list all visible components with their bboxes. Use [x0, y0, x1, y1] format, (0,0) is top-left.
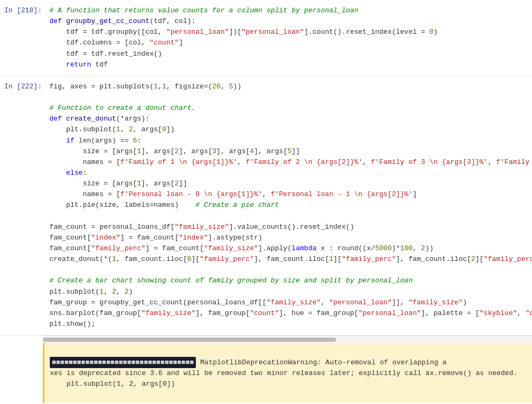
code-subplot: plt.subplot(1, 2, args[0]): [49, 125, 174, 133]
code-size1: size = [args[1], args[2], args[3], args[…: [49, 147, 300, 155]
scrollbar-row: [0, 335, 532, 343]
warning-output-content: ■■■■■■■■■■■■■■■■■■■■■■■■■■■■■■■■■■ Matpl…: [43, 343, 532, 403]
code-if-len: if len(args) == 6:: [49, 137, 141, 145]
comment-donut: # Function to create a donut chart.: [49, 104, 195, 112]
code-fam-count1: fam_count = personal_loans_df["family_si…: [49, 223, 354, 231]
comment-1: # A function that returns value counts f…: [49, 6, 358, 14]
code-pie: plt.pie(size, labels=names) # Create a p…: [49, 201, 279, 209]
output-image-placeholder: ■■■■■■■■■■■■■■■■■■■■■■■■■■■■■■■■■■: [50, 357, 196, 369]
warning-text-2: xes is deprecated since 3.6 and will be …: [50, 369, 518, 377]
scrollbar-label-spacer: [0, 335, 43, 343]
code-else: else:: [49, 169, 87, 177]
cell-218: In [218]: # A function that returns valu…: [0, 0, 532, 76]
code-names1: names = [f'Family of 1 \n {args[1]}%', f…: [49, 158, 532, 166]
cell-218-content: # A function that returns value counts f…: [46, 0, 532, 76]
cell-222-code: fig, axes = plt.subplots(1,1, figsize=(2…: [49, 81, 527, 330]
code-names2: names = [f'Personal loan - 0 \n {args[1]…: [49, 190, 417, 198]
code-fam-count2: fam_count["index"] = fam_count["index"].…: [49, 234, 262, 242]
code-line-2: tdf = tdf.groupby([col, "personal_loan"]…: [49, 28, 438, 36]
cell-222: In [222]: fig, axes = plt.subplots(1,1, …: [0, 76, 532, 335]
code-line-1: def groupby_get_cc_count(tdf, col):: [49, 17, 195, 25]
cell-218-label: In [218]:: [0, 0, 46, 76]
scrollbar-area[interactable]: [43, 335, 532, 343]
cell-222-content: fig, axes = plt.subplots(1,1, figsize=(2…: [46, 76, 532, 335]
comment-barchart: # Create a bar chart showing count of fa…: [49, 276, 413, 285]
warning-label-spacer: [0, 343, 43, 403]
cell-222-label: In [222]:: [0, 76, 46, 335]
horizontal-scrollbar[interactable]: [43, 338, 336, 342]
code-fam-count3: fam_count["family_perc"] = fam_count["fa…: [49, 244, 434, 252]
code-plt-show: plt.show();: [49, 320, 95, 328]
cell-218-code: # A function that returns value counts f…: [49, 5, 527, 70]
code-line-fig: fig, axes = plt.subplots(1,1, figsize=(2…: [49, 83, 241, 91]
code-sns-barplot: sns.barplot(fam_group["family_size"], fa…: [49, 309, 532, 317]
code-def-donut: def create_donut(*args):: [49, 115, 149, 123]
code-size2: size = [args[1], args[2]]: [49, 179, 187, 188]
warning-text-1: MatplotlibDeprecationWarning: Auto-remov…: [200, 358, 446, 366]
code-line-3: tdf.columns = [col, "count"]: [49, 39, 183, 47]
code-create-donut: create_donut(*(1, fam_count.iloc[0]["fam…: [49, 255, 532, 263]
code-line-4: tdf = tdf.reset_index(): [49, 50, 162, 58]
warning-subplot-call: plt.subplot(1, 2, args[0]): [50, 380, 175, 388]
warning-output-row: ■■■■■■■■■■■■■■■■■■■■■■■■■■■■■■■■■■ Matpl…: [0, 343, 532, 403]
warning-box: ■■■■■■■■■■■■■■■■■■■■■■■■■■■■■■■■■■ Matpl…: [43, 343, 532, 403]
code-plt-subplot2: plt.subplot(1, 2, 2): [49, 288, 133, 296]
code-fam-group: fam_group = groupby_get_cc_count(persona…: [49, 298, 467, 306]
code-line-5: return tdf: [49, 61, 108, 69]
